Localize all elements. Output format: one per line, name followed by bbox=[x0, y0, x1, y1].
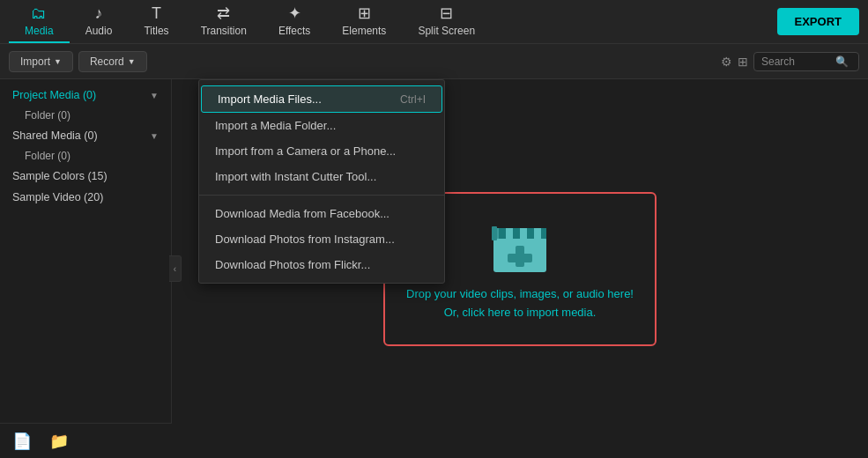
nav-transition-label: Transition bbox=[201, 25, 247, 37]
menu-download-instagram[interactable]: Download Photos from Instagram... bbox=[199, 226, 444, 252]
nav-audio-label: Audio bbox=[85, 25, 113, 37]
sidebar-item-sample-video[interactable]: Sample Video (20) bbox=[0, 187, 171, 208]
svg-rect-9 bbox=[520, 228, 527, 239]
import-folder-label: Import a Media Folder... bbox=[215, 119, 336, 132]
grid-icon[interactable]: ⊞ bbox=[738, 55, 748, 69]
search-input[interactable] bbox=[761, 55, 832, 68]
nav-elements[interactable]: ⊞ Elements bbox=[326, 0, 402, 43]
sidebar-item-sample-colors[interactable]: Sample Colors (15) bbox=[0, 166, 171, 187]
export-button[interactable]: EXPORT bbox=[777, 8, 859, 35]
add-file-icon[interactable]: 📄 bbox=[12, 432, 32, 451]
content-area: Import Media Files... Ctrl+I Import a Me… bbox=[172, 79, 868, 458]
svg-rect-2 bbox=[508, 254, 532, 262]
splitscreen-icon: ⊟ bbox=[440, 5, 453, 21]
sidebar-wrapper: Project Media (0) ▼ Folder (0) Shared Me… bbox=[0, 79, 172, 458]
import-button[interactable]: Import ▼ bbox=[9, 51, 73, 72]
nav-titles[interactable]: T Titles bbox=[128, 0, 184, 43]
sidebar-sample-video-label: Sample Video (20) bbox=[12, 191, 103, 203]
nav-audio[interactable]: ♪ Audio bbox=[70, 0, 129, 43]
sidebar-item-shared-media[interactable]: Shared Media (0) ▼ bbox=[0, 125, 171, 146]
import-chevron-icon: ▼ bbox=[54, 57, 62, 66]
menu-import-folder[interactable]: Import a Media Folder... bbox=[199, 113, 444, 138]
nav-splitscreen[interactable]: ⊟ Split Screen bbox=[402, 0, 491, 43]
sidebar-item-folder2[interactable]: Folder (0) bbox=[0, 146, 171, 166]
nav-effects[interactable]: ✦ Effects bbox=[263, 0, 326, 43]
nav-effects-label: Effects bbox=[278, 25, 310, 37]
svg-rect-8 bbox=[506, 228, 513, 239]
sidebar-item-folder[interactable]: Folder (0) bbox=[0, 106, 171, 125]
svg-rect-10 bbox=[534, 228, 541, 239]
nav-titles-label: Titles bbox=[144, 25, 168, 37]
search-icon: 🔍 bbox=[835, 55, 849, 68]
shared-media-chevron-icon: ▼ bbox=[150, 131, 159, 141]
effects-icon: ✦ bbox=[288, 5, 301, 21]
nav-media-label: Media bbox=[25, 25, 54, 37]
sidebar: Project Media (0) ▼ Folder (0) Shared Me… bbox=[0, 79, 172, 458]
import-camera-label: Import from a Camera or a Phone... bbox=[215, 144, 396, 158]
elements-icon: ⊞ bbox=[358, 5, 371, 21]
svg-rect-7 bbox=[541, 228, 546, 239]
drop-zone-text: Drop your video clips, images, or audio … bbox=[406, 285, 634, 322]
download-facebook-label: Download Media from Facebook... bbox=[215, 207, 389, 220]
main-area: Project Media (0) ▼ Folder (0) Shared Me… bbox=[0, 79, 868, 458]
sidebar-sample-colors-label: Sample Colors (15) bbox=[12, 170, 108, 182]
import-dropdown-menu: Import Media Files... Ctrl+I Import a Me… bbox=[198, 79, 445, 284]
record-label: Record bbox=[90, 55, 124, 68]
sidebar-item-project-media[interactable]: Project Media (0) ▼ bbox=[0, 85, 171, 106]
import-cutter-label: Import with Instant Cutter Tool... bbox=[215, 170, 376, 183]
sidebar-project-media-label: Project Media (0) bbox=[12, 89, 96, 101]
project-media-chevron-icon: ▼ bbox=[150, 91, 159, 100]
transition-icon: ⇄ bbox=[217, 5, 230, 21]
sidebar-folder2-label: Folder (0) bbox=[25, 150, 70, 162]
import-label: Import bbox=[20, 55, 50, 68]
collapse-sidebar-button[interactable]: ‹ bbox=[169, 255, 182, 282]
sidebar-shared-media-label: Shared Media (0) bbox=[12, 129, 98, 142]
nav-elements-label: Elements bbox=[342, 25, 386, 37]
svg-rect-11 bbox=[492, 226, 497, 240]
download-flickr-label: Download Photos from Flickr... bbox=[215, 258, 370, 271]
dropzone-line1: Drop your video clips, images, or audio … bbox=[406, 285, 634, 304]
titles-icon: T bbox=[152, 5, 161, 21]
nav-splitscreen-label: Split Screen bbox=[418, 25, 475, 37]
media-icon: 🗂 bbox=[31, 5, 47, 21]
top-nav: 🗂 Media ♪ Audio T Titles ⇄ Transition ✦ … bbox=[0, 0, 868, 44]
filter-icon[interactable]: ⚙ bbox=[721, 55, 732, 69]
sidebar-footer: 📄 📁 bbox=[0, 423, 172, 458]
import-files-label: Import Media Files... bbox=[218, 92, 322, 106]
clapperboard-icon bbox=[485, 215, 555, 277]
audio-icon: ♪ bbox=[95, 5, 103, 21]
search-box: 🔍 bbox=[753, 52, 859, 71]
sidebar-folder-label: Folder (0) bbox=[25, 109, 70, 122]
toolbar: Import ▼ Record ▼ ⚙ ⊞ 🔍 bbox=[0, 44, 868, 79]
svg-rect-4 bbox=[499, 228, 506, 239]
record-chevron-icon: ▼ bbox=[128, 57, 136, 66]
svg-rect-5 bbox=[513, 228, 520, 239]
dropzone-line2: Or, click here to import media. bbox=[406, 304, 634, 322]
record-button[interactable]: Record ▼ bbox=[78, 51, 147, 72]
menu-import-files[interactable]: Import Media Files... Ctrl+I bbox=[201, 85, 442, 113]
collapse-arrow-icon: ‹ bbox=[174, 264, 176, 274]
menu-import-cutter[interactable]: Import with Instant Cutter Tool... bbox=[199, 164, 444, 189]
menu-download-flickr[interactable]: Download Photos from Flickr... bbox=[199, 252, 444, 277]
menu-download-facebook[interactable]: Download Media from Facebook... bbox=[199, 201, 444, 226]
add-folder-icon[interactable]: 📁 bbox=[49, 432, 69, 451]
download-instagram-label: Download Photos from Instagram... bbox=[215, 233, 395, 246]
svg-rect-6 bbox=[527, 228, 534, 239]
nav-transition[interactable]: ⇄ Transition bbox=[185, 0, 263, 43]
import-files-shortcut: Ctrl+I bbox=[400, 93, 426, 106]
nav-media[interactable]: 🗂 Media bbox=[9, 0, 70, 43]
menu-import-camera[interactable]: Import from a Camera or a Phone... bbox=[199, 138, 444, 164]
menu-divider bbox=[199, 195, 444, 196]
